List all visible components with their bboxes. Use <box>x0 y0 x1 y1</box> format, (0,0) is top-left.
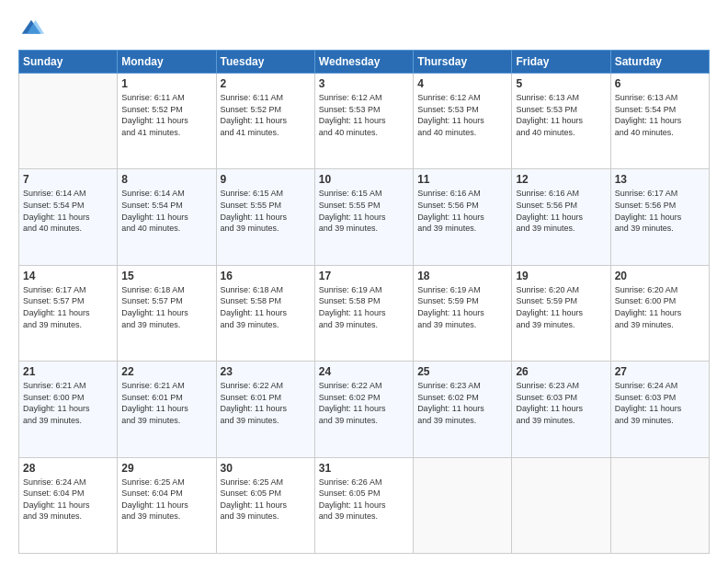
day-cell: 11Sunrise: 6:16 AM Sunset: 5:56 PM Dayli… <box>414 169 512 265</box>
week-row-1: 1Sunrise: 6:11 AM Sunset: 5:52 PM Daylig… <box>19 74 710 169</box>
day-cell: 12Sunrise: 6:16 AM Sunset: 5:56 PM Dayli… <box>512 169 610 265</box>
weekday-header-sunday: Sunday <box>19 51 118 74</box>
calendar-table: SundayMondayTuesdayWednesdayThursdayFrid… <box>18 50 710 554</box>
day-cell: 25Sunrise: 6:23 AM Sunset: 6:02 PM Dayli… <box>414 362 512 457</box>
day-cell: 24Sunrise: 6:22 AM Sunset: 6:02 PM Dayli… <box>314 362 413 457</box>
weekday-header-friday: Friday <box>512 51 610 74</box>
day-info: Sunrise: 6:16 AM Sunset: 5:56 PM Dayligh… <box>516 188 606 234</box>
weekday-header-wednesday: Wednesday <box>314 51 413 74</box>
day-info: Sunrise: 6:19 AM Sunset: 5:58 PM Dayligh… <box>319 284 409 330</box>
day-info: Sunrise: 6:22 AM Sunset: 6:02 PM Dayligh… <box>319 380 409 426</box>
weekday-header-row: SundayMondayTuesdayWednesdayThursdayFrid… <box>19 51 710 74</box>
day-info: Sunrise: 6:14 AM Sunset: 5:54 PM Dayligh… <box>121 188 211 234</box>
day-number: 13 <box>615 173 705 186</box>
day-info: Sunrise: 6:20 AM Sunset: 6:00 PM Dayligh… <box>615 284 705 330</box>
day-cell: 21Sunrise: 6:21 AM Sunset: 6:00 PM Dayli… <box>19 362 118 457</box>
day-number: 12 <box>516 173 606 186</box>
day-info: Sunrise: 6:23 AM Sunset: 6:03 PM Dayligh… <box>516 380 606 426</box>
day-number: 3 <box>319 77 409 90</box>
day-number: 18 <box>417 270 507 282</box>
weekday-header-thursday: Thursday <box>414 51 512 74</box>
day-number: 17 <box>319 270 409 282</box>
day-number: 28 <box>23 462 113 475</box>
day-info: Sunrise: 6:13 AM Sunset: 5:54 PM Dayligh… <box>615 92 705 138</box>
day-cell: 30Sunrise: 6:25 AM Sunset: 6:05 PM Dayli… <box>216 457 314 553</box>
day-cell: 5Sunrise: 6:13 AM Sunset: 5:53 PM Daylig… <box>512 74 610 169</box>
day-number: 1 <box>121 77 211 90</box>
day-number: 6 <box>615 77 705 90</box>
weekday-header-tuesday: Tuesday <box>216 51 314 74</box>
day-number: 9 <box>221 173 311 186</box>
day-info: Sunrise: 6:11 AM Sunset: 5:52 PM Dayligh… <box>221 92 311 138</box>
day-cell: 4Sunrise: 6:12 AM Sunset: 5:53 PM Daylig… <box>414 74 512 169</box>
day-cell: 8Sunrise: 6:14 AM Sunset: 5:54 PM Daylig… <box>118 169 216 265</box>
day-cell: 19Sunrise: 6:20 AM Sunset: 5:59 PM Dayli… <box>512 265 610 361</box>
day-number: 19 <box>516 270 606 282</box>
day-cell: 29Sunrise: 6:25 AM Sunset: 6:04 PM Dayli… <box>118 457 216 553</box>
day-cell: 17Sunrise: 6:19 AM Sunset: 5:58 PM Dayli… <box>314 265 413 361</box>
day-cell: 2Sunrise: 6:11 AM Sunset: 5:52 PM Daylig… <box>216 74 314 169</box>
day-cell: 20Sunrise: 6:20 AM Sunset: 6:00 PM Dayli… <box>610 265 709 361</box>
day-number: 4 <box>417 77 507 90</box>
day-number: 8 <box>121 173 211 186</box>
week-row-2: 7Sunrise: 6:14 AM Sunset: 5:54 PM Daylig… <box>19 169 710 265</box>
weekday-header-monday: Monday <box>118 51 216 74</box>
week-row-5: 28Sunrise: 6:24 AM Sunset: 6:04 PM Dayli… <box>19 457 710 553</box>
day-number: 24 <box>319 365 409 378</box>
day-info: Sunrise: 6:25 AM Sunset: 6:05 PM Dayligh… <box>221 477 311 523</box>
day-cell: 16Sunrise: 6:18 AM Sunset: 5:58 PM Dayli… <box>216 265 314 361</box>
day-info: Sunrise: 6:25 AM Sunset: 6:04 PM Dayligh… <box>121 477 211 523</box>
day-info: Sunrise: 6:11 AM Sunset: 5:52 PM Dayligh… <box>121 92 211 138</box>
header <box>18 17 710 42</box>
day-cell: 27Sunrise: 6:24 AM Sunset: 6:03 PM Dayli… <box>610 362 709 457</box>
day-info: Sunrise: 6:16 AM Sunset: 5:56 PM Dayligh… <box>417 188 507 234</box>
day-cell: 22Sunrise: 6:21 AM Sunset: 6:01 PM Dayli… <box>118 362 216 457</box>
day-number: 25 <box>417 365 507 378</box>
day-cell: 15Sunrise: 6:18 AM Sunset: 5:57 PM Dayli… <box>118 265 216 361</box>
day-number: 5 <box>516 77 606 90</box>
day-number: 31 <box>319 462 409 475</box>
logo <box>18 17 48 42</box>
day-cell: 7Sunrise: 6:14 AM Sunset: 5:54 PM Daylig… <box>19 169 118 265</box>
day-cell: 13Sunrise: 6:17 AM Sunset: 5:56 PM Dayli… <box>610 169 709 265</box>
week-row-3: 14Sunrise: 6:17 AM Sunset: 5:57 PM Dayli… <box>19 265 710 361</box>
day-info: Sunrise: 6:20 AM Sunset: 5:59 PM Dayligh… <box>516 284 606 330</box>
day-info: Sunrise: 6:18 AM Sunset: 5:57 PM Dayligh… <box>121 284 211 330</box>
day-info: Sunrise: 6:21 AM Sunset: 6:01 PM Dayligh… <box>121 380 211 426</box>
day-info: Sunrise: 6:21 AM Sunset: 6:00 PM Dayligh… <box>23 380 113 426</box>
day-cell: 9Sunrise: 6:15 AM Sunset: 5:55 PM Daylig… <box>216 169 314 265</box>
day-info: Sunrise: 6:18 AM Sunset: 5:58 PM Dayligh… <box>221 284 311 330</box>
day-cell: 18Sunrise: 6:19 AM Sunset: 5:59 PM Dayli… <box>414 265 512 361</box>
day-info: Sunrise: 6:13 AM Sunset: 5:53 PM Dayligh… <box>516 92 606 138</box>
day-number: 7 <box>23 173 113 186</box>
day-cell: 31Sunrise: 6:26 AM Sunset: 6:05 PM Dayli… <box>314 457 413 553</box>
day-cell: 26Sunrise: 6:23 AM Sunset: 6:03 PM Dayli… <box>512 362 610 457</box>
day-info: Sunrise: 6:15 AM Sunset: 5:55 PM Dayligh… <box>221 188 311 234</box>
day-info: Sunrise: 6:17 AM Sunset: 5:56 PM Dayligh… <box>615 188 705 234</box>
day-cell: 3Sunrise: 6:12 AM Sunset: 5:53 PM Daylig… <box>314 74 413 169</box>
day-number: 11 <box>417 173 507 186</box>
day-info: Sunrise: 6:24 AM Sunset: 6:04 PM Dayligh… <box>23 477 113 523</box>
day-number: 23 <box>221 365 311 378</box>
day-info: Sunrise: 6:22 AM Sunset: 6:01 PM Dayligh… <box>221 380 311 426</box>
day-cell: 6Sunrise: 6:13 AM Sunset: 5:54 PM Daylig… <box>610 74 709 169</box>
day-info: Sunrise: 6:17 AM Sunset: 5:57 PM Dayligh… <box>23 284 113 330</box>
day-cell <box>414 457 512 553</box>
day-number: 21 <box>23 365 113 378</box>
day-number: 2 <box>221 77 311 90</box>
day-info: Sunrise: 6:12 AM Sunset: 5:53 PM Dayligh… <box>319 92 409 138</box>
day-info: Sunrise: 6:23 AM Sunset: 6:02 PM Dayligh… <box>417 380 507 426</box>
day-number: 30 <box>221 462 311 475</box>
day-number: 27 <box>615 365 705 378</box>
day-info: Sunrise: 6:14 AM Sunset: 5:54 PM Dayligh… <box>23 188 113 234</box>
day-number: 15 <box>121 270 211 282</box>
day-cell: 1Sunrise: 6:11 AM Sunset: 5:52 PM Daylig… <box>118 74 216 169</box>
day-info: Sunrise: 6:15 AM Sunset: 5:55 PM Dayligh… <box>319 188 409 234</box>
day-cell: 23Sunrise: 6:22 AM Sunset: 6:01 PM Dayli… <box>216 362 314 457</box>
day-info: Sunrise: 6:24 AM Sunset: 6:03 PM Dayligh… <box>615 380 705 426</box>
day-cell <box>610 457 709 553</box>
day-number: 22 <box>121 365 211 378</box>
day-cell <box>512 457 610 553</box>
day-number: 29 <box>121 462 211 475</box>
logo-icon <box>18 17 44 42</box>
